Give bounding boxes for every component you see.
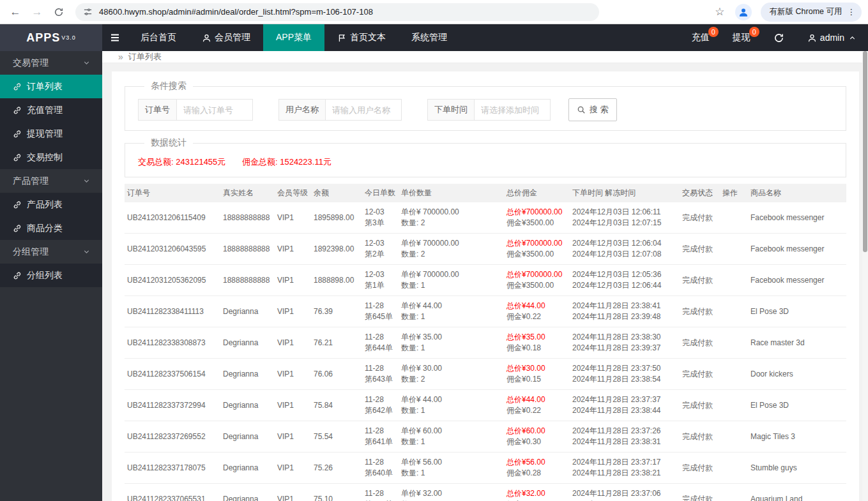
sidebar-item[interactable]: 订单列表 (0, 75, 102, 98)
app-logo-text: APPS (26, 31, 60, 45)
real-name-cell: Degrianna (219, 390, 273, 421)
withdraw-badge: 0 (749, 27, 759, 37)
sidebar-item[interactable]: 交易控制 (0, 146, 102, 169)
real-name-cell: Degrianna (219, 421, 273, 452)
product-name-cell: Race master 3d (747, 327, 846, 359)
unit-price-qty-cell: 单价¥ 700000.00数量: 1 (397, 265, 503, 296)
sidebar-item-label: 商品分类 (27, 223, 63, 234)
breadcrumb-label: 订单列表 (128, 51, 162, 63)
sidebar-collapse-button[interactable] (102, 24, 128, 51)
today-orders-cell: 11-28第643单 (361, 359, 397, 390)
header-refresh-button[interactable] (762, 24, 796, 51)
product-name-cell: El Pose 3D (747, 390, 846, 421)
chevron-down-icon (82, 177, 91, 185)
bookmark-star-icon[interactable]: ☆ (715, 5, 724, 19)
column-header: 下单时间 解冻时间 (568, 184, 678, 202)
vip-level-cell: VIP1 (273, 265, 310, 296)
recharge-button[interactable]: 充值 0 (680, 24, 721, 51)
sidebar: 交易管理订单列表充值管理提现管理交易控制产品管理产品列表商品分类分组管理分组列表 (0, 51, 102, 501)
action-cell (719, 234, 747, 265)
field-input[interactable] (176, 99, 253, 121)
address-bar[interactable]: 48600.hwym.shop/admin#admin/deal/order_l… (75, 3, 599, 21)
nav-item-label: APP菜单 (276, 32, 312, 43)
link-icon (13, 130, 22, 138)
order-no-cell: UB2411282337269552 (125, 421, 219, 452)
vip-level-cell: VIP1 (273, 359, 310, 390)
unit-price-qty-cell: 单价¥ 700000.00数量: 2 (397, 234, 503, 265)
total-commission-cell: 总价¥35.00佣金¥0.18 (503, 327, 568, 359)
product-name-cell: Facebook messenger (747, 234, 846, 265)
real-name-cell: Degrianna (219, 452, 273, 484)
app-logo: APPS V3.0 (0, 24, 102, 51)
vip-level-cell: VIP1 (273, 234, 310, 265)
field-input[interactable] (474, 99, 551, 121)
nav-item-5[interactable]: 系统管理 (399, 24, 460, 51)
table-row: UB2411282337178075DegriannaVIP175.2611-2… (125, 452, 846, 484)
sidebar-group-title-3[interactable]: 分组管理 (0, 240, 102, 264)
balance-cell: 1895898.00 (310, 202, 361, 234)
order-no-cell: UB2412031206043595 (125, 234, 219, 265)
header-right: 充值 0 提现 0 admin (680, 24, 868, 51)
product-name-cell: El Pose 3D (747, 296, 846, 327)
sidebar-item[interactable]: 产品列表 (0, 193, 102, 216)
browser-profile-icon[interactable] (735, 4, 752, 20)
nav-item-4[interactable]: 首页文本 (324, 24, 399, 51)
link-icon (13, 271, 22, 280)
browser-forward-button[interactable]: → (28, 3, 46, 21)
sidebar-item[interactable]: 分组列表 (0, 264, 102, 287)
browser-reload-button[interactable] (50, 3, 68, 21)
trade-status-cell: 完成付款 (678, 327, 719, 359)
commission-total-stat: 佣金总额: 1524223.11元 (242, 157, 331, 167)
field-input[interactable] (325, 99, 402, 121)
unit-price-qty-cell: 单价¥ 32.00数量: 1 (397, 484, 503, 501)
field-label: 订单号 (138, 99, 176, 121)
withdraw-button[interactable]: 提现 0 (721, 24, 762, 51)
refresh-icon (773, 33, 784, 43)
column-header: 订单号 (125, 184, 219, 202)
table-row: UB2411282338411113DegriannaVIP176.3911-2… (125, 296, 846, 327)
nav-item-1[interactable]: 后台首页 (128, 24, 189, 51)
table-row: UB241203120611540918888888888VIP11895898… (125, 202, 846, 234)
sidebar-item[interactable]: 充值管理 (0, 98, 102, 122)
sidebar-group-title-2[interactable]: 产品管理 (0, 169, 102, 193)
product-name-cell: Facebook messenger (747, 265, 846, 296)
chevron-down-icon (82, 248, 91, 256)
nav-item-3[interactable]: APP菜单 (263, 24, 324, 51)
username-label: admin (820, 33, 844, 43)
sidebar-group-title-1[interactable]: 交易管理 (0, 51, 102, 75)
chrome-update-text: 有新版 Chrome 可用 (770, 6, 842, 17)
sidebar-item-label: 分组列表 (27, 270, 63, 281)
order-unfreeze-time-cell: 2024年12月03日 12:06:042024年12月03日 12:07:08 (568, 234, 678, 265)
user-menu[interactable]: admin (796, 24, 868, 51)
nav-item-2[interactable]: 会员管理 (189, 24, 263, 51)
vip-level-cell: VIP1 (273, 452, 310, 484)
action-cell (719, 296, 747, 327)
search-fieldset: 条件搜索 订单号用户名称下单时间 搜 索 (125, 80, 846, 131)
browser-back-button[interactable]: ← (6, 3, 24, 21)
today-orders-cell: 11-28第641单 (361, 421, 397, 452)
sidebar-item[interactable]: 商品分类 (0, 216, 102, 240)
today-orders-cell: 12-03第2单 (361, 234, 397, 265)
nav-item-label: 首页文本 (350, 32, 386, 43)
search-button[interactable]: 搜 索 (568, 98, 617, 121)
site-settings-icon[interactable] (83, 7, 93, 17)
vertical-scrollbar[interactable] (862, 51, 868, 501)
sidebar-item[interactable]: 提现管理 (0, 122, 102, 146)
total-commission-cell: 总价¥32.00佣金¥0.16 (503, 484, 568, 501)
url-text: 48600.hwym.shop/admin#admin/deal/order_l… (99, 7, 373, 17)
chrome-update-chip[interactable]: 有新版 Chrome 可用 ⋮ (761, 3, 862, 22)
column-header: 余额 (310, 184, 361, 202)
breadcrumb-separator: » (118, 52, 123, 62)
order-unfreeze-time-cell: 2024年12月03日 12:06:112024年12月03日 12:07:15 (568, 202, 678, 234)
order-no-cell: UB2411282338411113 (125, 296, 219, 327)
column-header: 总价佣金 (503, 184, 568, 202)
total-commission-cell: 总价¥44.00佣金¥0.22 (503, 296, 568, 327)
today-orders-cell: 12-03第1单 (361, 265, 397, 296)
action-cell (719, 484, 747, 501)
browser-menu-icon[interactable]: ⋮ (848, 7, 856, 17)
trade-status-cell: 完成付款 (678, 484, 719, 501)
scrollbar-thumb[interactable] (863, 51, 867, 252)
order-no-cell: UB2411282337065531 (125, 484, 219, 501)
content-card: 条件搜索 订单号用户名称下单时间 搜 索 数据统计 交易总额: 24312145… (112, 71, 859, 501)
user-icon (807, 33, 817, 43)
